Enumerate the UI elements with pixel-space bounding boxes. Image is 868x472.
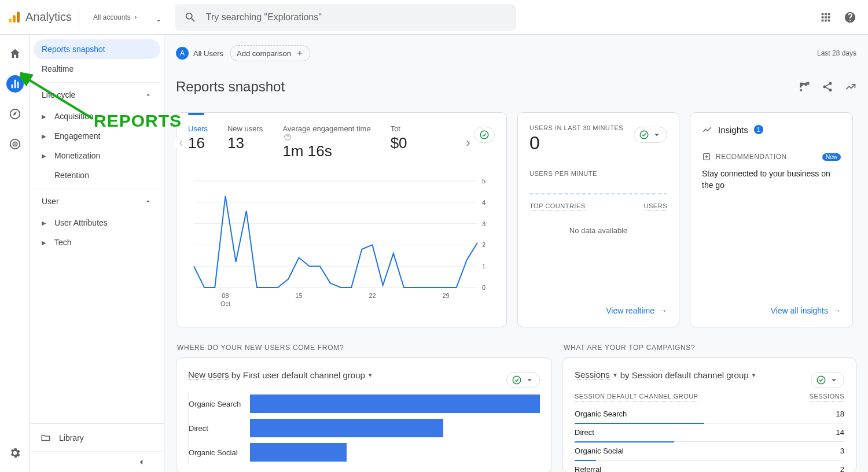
- sidebar-item-monetization[interactable]: ▶Monetization: [34, 146, 160, 165]
- segment-all-users[interactable]: A All Users: [176, 47, 223, 60]
- metrics-scroll-right[interactable]: ›: [461, 136, 475, 150]
- sidebar-item-reports-snapshot[interactable]: Reports snapshot: [34, 39, 160, 59]
- insights-icon[interactable]: [845, 81, 856, 93]
- help-icon: [284, 133, 292, 141]
- sidebar-item-acquisition[interactable]: ▶Acquisition: [34, 106, 160, 126]
- realtime-columns: TOP COUNTRIES USERS: [529, 202, 667, 211]
- accounts-selector[interactable]: All accounts: [85, 13, 147, 21]
- nav-explore-icon[interactable]: [6, 105, 24, 123]
- nav-settings-icon[interactable]: [6, 444, 24, 462]
- metric-users[interactable]: Users 16: [188, 124, 208, 152]
- status-chip[interactable]: [634, 127, 667, 143]
- svg-text:Oct: Oct: [220, 300, 230, 307]
- status-chip[interactable]: [811, 372, 844, 388]
- chevron-up-icon: [144, 91, 152, 99]
- recommendation-text: Stay connected to your business on the g…: [702, 168, 841, 191]
- view-realtime-link[interactable]: View realtime →: [529, 306, 667, 315]
- bar-label: Organic Social: [189, 448, 242, 457]
- sidebar-item-engagement[interactable]: ▶Engagement: [34, 126, 160, 146]
- nav-home-icon[interactable]: [6, 45, 24, 62]
- svg-point-6: [14, 143, 16, 145]
- sidebar: Reports snapshot Realtime Life cycle ▶Ac…: [30, 35, 164, 472]
- sidebar-collapse[interactable]: [30, 451, 164, 472]
- svg-rect-1: [13, 15, 16, 23]
- sidebar-item-retention[interactable]: Retention: [34, 165, 160, 185]
- sessions-row: Direct14: [575, 423, 844, 442]
- svg-point-8: [823, 86, 826, 89]
- sidebar-section-life-cycle[interactable]: Life cycle: [34, 82, 160, 106]
- svg-point-32: [817, 376, 825, 384]
- metrics-scroll-left[interactable]: ‹: [174, 136, 188, 150]
- bar-row: Direct: [189, 416, 540, 440]
- accounts-dropdown-icon[interactable]: [153, 10, 164, 24]
- bar-label: Organic Search: [189, 400, 242, 408]
- sessions-table-body: Organic Search18Direct14Organic Social3R…: [575, 405, 844, 472]
- chevron-down-icon: [829, 375, 839, 385]
- title-row: Reports snapshot: [176, 79, 856, 95]
- date-range[interactable]: Last 28 days: [817, 49, 856, 57]
- card-realtime: USERS IN LAST 30 MINUTES 0 USERS PER MIN…: [517, 112, 679, 327]
- arrow-right-icon: →: [833, 306, 841, 315]
- chevron-up-icon: [144, 197, 152, 205]
- svg-text:4: 4: [482, 199, 486, 206]
- metric-total-revenue[interactable]: Tot $0: [391, 124, 408, 152]
- metric-engagement-time[interactable]: Average engagement time 1m 16s: [282, 124, 370, 160]
- sessions-row: Referral2: [575, 460, 844, 472]
- svg-text:15: 15: [295, 292, 302, 299]
- plus-box-icon: [702, 152, 711, 161]
- icon-rail: [0, 35, 30, 472]
- view-insights-link[interactable]: View all insights →: [702, 306, 841, 315]
- metric-new-users[interactable]: New users 13: [227, 124, 263, 152]
- segment-badge: A: [176, 47, 189, 60]
- active-metric-indicator: [188, 113, 204, 115]
- arrow-right-icon: →: [659, 306, 667, 315]
- insights-header: Insights 1: [702, 124, 841, 135]
- customize-icon[interactable]: [799, 81, 810, 93]
- svg-point-29: [640, 131, 648, 139]
- segment-label: All Users: [193, 49, 223, 58]
- svg-text:08: 08: [222, 292, 229, 299]
- bar-label: Direct: [189, 424, 242, 433]
- search-icon: [184, 11, 197, 24]
- insights-title: Insights: [718, 125, 748, 135]
- share-icon[interactable]: [822, 81, 833, 93]
- channels-card-title[interactable]: New users by First user default channel …: [188, 370, 540, 380]
- search-bar[interactable]: Try searching "Explorations": [175, 4, 516, 31]
- status-chip[interactable]: [506, 372, 540, 388]
- sidebar-item-realtime[interactable]: Realtime: [34, 59, 160, 79]
- top-bar: Analytics All accounts Try searching "Ex…: [0, 0, 868, 35]
- nav-reports-icon[interactable]: [6, 75, 24, 93]
- cards-row-2: New users by First user default channel …: [176, 357, 856, 472]
- sessions-card-title[interactable]: Sessions▼ by Session default channel gro…: [575, 370, 844, 380]
- new-badge: New: [822, 153, 841, 161]
- section-question-1: WHERE DO YOUR NEW USERS COME FROM?: [177, 344, 552, 352]
- sidebar-item-tech[interactable]: ▶Tech: [34, 233, 160, 252]
- card-sessions-channel: Sessions▼ by Session default channel gro…: [562, 357, 856, 472]
- bar-fill: [250, 419, 443, 437]
- sidebar-section-user[interactable]: User: [34, 189, 160, 213]
- main-header: A All Users Add comparison Last 28 days: [176, 45, 856, 61]
- svg-text:3: 3: [482, 220, 486, 227]
- help-icon[interactable]: [844, 11, 856, 24]
- bar-fill: [250, 394, 540, 413]
- card-insights: Insights 1 RECOMMENDATION New Stay conne…: [690, 112, 853, 327]
- chevron-down-icon: [652, 130, 662, 140]
- metrics-row: Users 16 New users 13 Average engagement…: [188, 124, 495, 160]
- nav-advertising-icon[interactable]: [6, 135, 24, 153]
- realtime-col-users: USERS: [644, 202, 667, 211]
- svg-rect-0: [9, 19, 12, 23]
- recommendation-header: RECOMMENDATION New: [702, 152, 841, 161]
- plus-icon: [296, 49, 304, 57]
- sidebar-item-user-attributes[interactable]: ▶User Attributes: [34, 213, 160, 233]
- apps-icon[interactable]: [819, 11, 832, 24]
- svg-text:22: 22: [369, 292, 376, 299]
- sparkle-icon: [702, 124, 712, 135]
- search-placeholder: Try searching "Explorations": [206, 12, 322, 23]
- chevron-down-icon: [524, 375, 535, 385]
- insights-count: 1: [754, 125, 763, 134]
- sidebar-library[interactable]: Library: [30, 423, 164, 451]
- sessions-table-header: SESSION DEFAULT CHANNEL GROUP SESSIONS: [575, 393, 844, 401]
- realtime-col-countries: TOP COUNTRIES: [529, 202, 586, 211]
- folder-icon: [41, 433, 51, 443]
- add-comparison-button[interactable]: Add comparison: [230, 45, 310, 61]
